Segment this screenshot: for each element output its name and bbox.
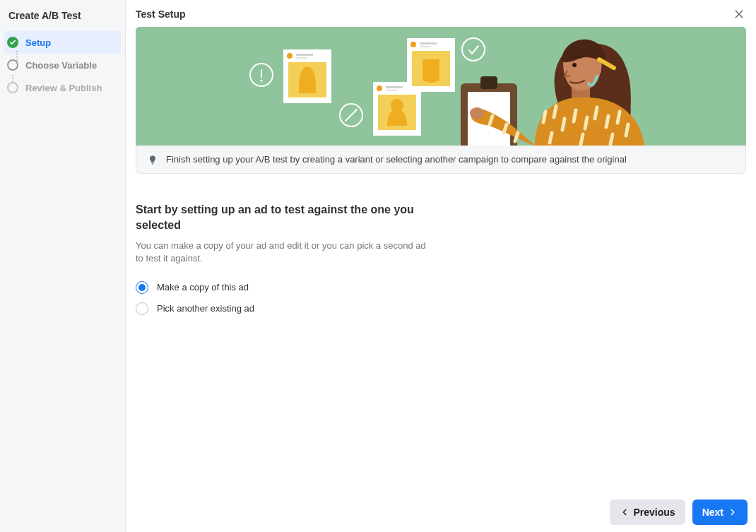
option-label: Pick another existing ad	[157, 303, 254, 314]
option-make-copy[interactable]: Make a copy of this ad	[136, 281, 568, 294]
svg-point-31	[572, 63, 577, 67]
sidebar-step-label: Setup	[25, 37, 51, 48]
sidebar-step-label: Review & Publish	[25, 83, 102, 93]
svg-point-10	[287, 53, 293, 59]
section-heading: Start by setting up an ad to test agains…	[136, 202, 418, 232]
sidebar-title: Create A/B Test	[0, 6, 125, 31]
svg-line-33	[554, 106, 556, 117]
svg-rect-11	[296, 54, 313, 56]
wizard-steps: Setup Choose Variable Review & Publish	[0, 31, 125, 99]
main-header: Test Setup	[126, 0, 756, 27]
sidebar-step-setup[interactable]: Setup	[4, 31, 121, 54]
svg-line-36	[585, 117, 587, 129]
radio-icon	[136, 281, 148, 294]
svg-point-47	[470, 107, 484, 119]
svg-rect-16	[386, 86, 403, 88]
next-button-label: Next	[702, 507, 723, 518]
close-icon	[733, 8, 745, 20]
svg-point-21	[411, 42, 416, 47]
setup-section: Start by setting up an ad to test agains…	[126, 174, 578, 324]
page-title: Test Setup	[136, 8, 186, 20]
previous-button-label: Previous	[634, 507, 675, 518]
svg-point-5	[260, 79, 262, 81]
svg-line-42	[581, 134, 583, 144]
svg-rect-22	[420, 42, 437, 45]
option-label: Make a copy of this ad	[157, 282, 249, 292]
svg-point-15	[377, 85, 382, 91]
info-bar: Finish setting up your A/B test by creat…	[136, 146, 746, 174]
wizard-footer: Previous Next	[610, 500, 748, 525]
step-dot-icon	[7, 82, 18, 93]
check-icon	[7, 37, 18, 48]
svg-line-35	[574, 110, 576, 122]
svg-rect-26	[480, 76, 497, 89]
sidebar-step-label: Choose Variable	[25, 60, 97, 71]
svg-line-43	[610, 134, 613, 144]
svg-line-40	[626, 124, 628, 136]
svg-rect-12	[296, 57, 307, 59]
radio-icon	[136, 302, 148, 315]
svg-line-41	[550, 133, 552, 143]
svg-line-37	[595, 107, 597, 119]
main-content: Test Setup	[126, 0, 756, 532]
svg-rect-23	[420, 46, 431, 47]
svg-line-34	[562, 119, 565, 130]
sidebar-step-choose-variable[interactable]: Choose Variable	[0, 54, 125, 76]
svg-rect-17	[386, 90, 397, 91]
chevron-left-icon	[620, 507, 630, 517]
svg-point-29	[593, 66, 601, 75]
svg-line-38	[606, 116, 608, 127]
sidebar-step-review-publish[interactable]: Review & Publish	[0, 76, 125, 99]
section-description: You can make a copy of your ad and edit …	[136, 240, 432, 265]
hero-illustration	[136, 27, 746, 146]
chevron-right-icon	[728, 507, 738, 517]
next-button[interactable]: Next	[692, 500, 748, 525]
sidebar: Create A/B Test Setup Choose Variable Re…	[0, 0, 126, 532]
svg-line-32	[543, 112, 545, 122]
info-bar-text: Finish setting up your A/B test by creat…	[166, 154, 627, 165]
close-button[interactable]	[732, 7, 746, 21]
option-pick-existing[interactable]: Pick another existing ad	[136, 302, 568, 315]
step-dot-icon	[7, 59, 18, 71]
previous-button[interactable]: Previous	[610, 500, 685, 525]
lightbulb-icon	[148, 155, 158, 165]
svg-line-39	[618, 112, 620, 123]
